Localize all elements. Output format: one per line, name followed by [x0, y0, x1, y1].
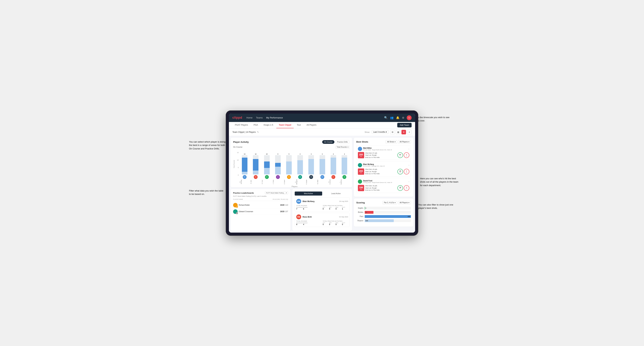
- practice-activities-group-1: Total Practice Activities GTT 0 APP: [323, 205, 348, 210]
- lb-col-score: PB Score: [273, 198, 280, 200]
- plus-circle-icon[interactable]: ⊕: [402, 116, 404, 119]
- name-4: J. Coles: [273, 179, 283, 184]
- avatar-7-wrap: RB: [306, 175, 316, 179]
- sub-nav: PGAT Players PGA Hcaps 1-5 Team Clippd T…: [229, 122, 415, 128]
- all-shots-select[interactable]: All Shots ▾: [386, 140, 397, 144]
- view-heart-btn[interactable]: ♥: [402, 130, 406, 134]
- lb-name-2: Edward Crossman: [239, 211, 253, 212]
- search-icon[interactable]: 🔍: [384, 116, 388, 119]
- lb-avatar-2: 2: [233, 209, 238, 214]
- shot-player-info-1: Matt Miller 09 Jun 2023 · Royal North De…: [363, 147, 408, 151]
- shot-row-1[interactable]: Matt Miller 09 Jun 2023 · Royal North De…: [356, 145, 411, 160]
- shot-player-info-2: Blair McHarg 23 Jul 2023 · Aldridge GC, …: [363, 163, 408, 167]
- bell-icon[interactable]: 🔔: [396, 116, 400, 119]
- shot-metrics-1: 67 yds 0 yds: [398, 152, 409, 158]
- shot-desc-2: Shot Dist: 43 ydsStart Lie: RoughEnd Lie…: [365, 168, 396, 175]
- total-rounds-group-2: Total Rounds Tournament 8 Practice: [296, 220, 322, 225]
- total-rounds-label-2: Total Rounds: [296, 220, 322, 222]
- active-player-1: BM Blair McHarg 26 Aug 2023 Total Rounds: [295, 197, 350, 211]
- nav-my-performance[interactable]: My Performance: [266, 116, 283, 119]
- y-label-0: 0: [233, 174, 239, 176]
- name-3: D. Ford: [262, 179, 272, 184]
- nav-home[interactable]: Home: [246, 116, 252, 119]
- users-icon[interactable]: 👥: [390, 116, 394, 119]
- avatar[interactable]: U: [407, 115, 412, 120]
- shot-score-num-2: 200: [359, 170, 363, 172]
- bar-outer-2: [253, 155, 258, 174]
- shot-score-badge-3: 198 SG: [358, 185, 364, 191]
- chart-filter-value: Total Rounds: [337, 146, 347, 148]
- name-6: G. Billingham: [295, 179, 305, 184]
- activities-cols-1: GTT 0 APP 0: [323, 207, 348, 210]
- avatar-6-wrap: GB: [295, 175, 305, 179]
- name-10: L. Robertson: [339, 179, 350, 184]
- bogeys-bar-fill: [365, 219, 394, 222]
- scoring-players-value: All Players: [400, 202, 408, 204]
- practice-drills-pill[interactable]: Practice Drills: [335, 140, 350, 144]
- scoring-players-filter[interactable]: All Players ▾: [398, 201, 411, 204]
- eagles-bar-wrap: 3: [365, 207, 411, 209]
- bar-outer-3: [264, 155, 270, 174]
- shot-row-2[interactable]: Blair McHarg 23 Jul 2023 · Aldridge GC, …: [356, 162, 411, 176]
- all-players-select[interactable]: All Players ▾: [398, 140, 411, 144]
- shot-metric-unit-2: yds: [399, 172, 401, 173]
- eagles-label: Eagles: [356, 207, 363, 209]
- active-player-date-2: 02 Sep 2023: [339, 216, 348, 218]
- gtt-val-1: 0: [323, 208, 329, 210]
- eagles-bar-num: 3: [366, 207, 366, 209]
- avatar-3-wrap: DF: [262, 175, 272, 179]
- avatar-e-ebert: EE: [287, 175, 291, 179]
- active-player-date-1: 26 Aug 2023: [339, 200, 348, 202]
- avatar-e-crossman: EC: [332, 175, 335, 179]
- page-wrapper: Choose the timescale you wish to see the…: [226, 110, 418, 236]
- lb-badge-gold: 1: [236, 206, 238, 208]
- rounds-cols-2: Tournament 8 Practice 4: [296, 222, 322, 225]
- app-label-1: APP: [329, 207, 335, 208]
- app-col-2: APP 0: [329, 222, 335, 225]
- on-course-pill[interactable]: On Course: [322, 140, 334, 144]
- practice-col-1: Practice 6: [303, 207, 309, 210]
- chart-filter-select[interactable]: Total Rounds ▾: [336, 146, 350, 149]
- player-activity-card: Player Activity On Course Practice Drill…: [231, 138, 352, 187]
- view-grid4-btn[interactable]: ⊞: [390, 130, 395, 134]
- total-rounds-group-1: Total Rounds Tournament 7 Practice: [296, 205, 322, 210]
- shot-metric-dist-1: 67 yds: [398, 152, 403, 158]
- practice-col-2: Practice 4: [303, 222, 309, 225]
- time-filter-select[interactable]: Last 3 months ▾: [372, 130, 388, 134]
- bar-outer-8: [320, 155, 325, 174]
- lb-col-name: Player Name: [233, 198, 272, 200]
- logo: clippd: [232, 116, 242, 120]
- shot-desc-3: Shot Dist: 16 ydsStart Lie: RoughEnd Lie…: [365, 185, 396, 191]
- active-avatar-2: RB: [296, 214, 301, 219]
- leaderboard-filter-select[interactable]: PUTT Must Make Putting ... ▾: [265, 191, 288, 194]
- chevron-down-icon-scoring-players: ▾: [408, 202, 409, 204]
- bogeys-label: Bogeys: [356, 220, 363, 222]
- view-list-btn[interactable]: ≡: [407, 130, 412, 134]
- tab-all-players[interactable]: All Players: [304, 122, 319, 128]
- tab-pgat-players[interactable]: PGAT Players: [232, 122, 250, 128]
- shot-metric-num-rem-3: 0: [406, 187, 407, 188]
- tab-hcaps[interactable]: Hcaps 1-5: [261, 122, 276, 128]
- bar-value-2: 12: [255, 153, 256, 155]
- time-filter-value: Last 3 months: [373, 131, 385, 133]
- putt-col-1: PUTT 1: [342, 207, 348, 210]
- shot-metric-unit-rem-2: yds: [406, 172, 407, 173]
- avatar-r-britt: RB: [254, 175, 258, 179]
- least-active-tab[interactable]: Least Active: [322, 191, 350, 195]
- tab-tour[interactable]: Tour: [294, 122, 303, 128]
- most-active-tab[interactable]: Most Active: [295, 191, 322, 195]
- shot-metric-num-rem-1: 0: [406, 154, 407, 156]
- add-team-button[interactable]: Add Team: [397, 123, 412, 127]
- chevron-down-icon: ▾: [386, 131, 387, 133]
- edit-icon[interactable]: ✎: [257, 131, 259, 133]
- nav-teams[interactable]: Teams: [256, 116, 263, 119]
- avatar-4-wrap: JC: [273, 175, 283, 179]
- scoring-par-filter[interactable]: Par 3, 4 & 5s ▾: [382, 201, 397, 204]
- avatar-d-ford: DF: [265, 175, 269, 179]
- view-grid2-btn[interactable]: ▦: [396, 130, 400, 134]
- shot-row-3[interactable]: David Ford 24 Aug 2023 · Royal North Dev…: [356, 178, 411, 193]
- tab-team-clippd[interactable]: Team Clippd: [276, 122, 294, 128]
- view-icons: ⊞ ▦ ♥ ≡: [390, 130, 412, 134]
- bar-value-5: 5: [288, 153, 289, 155]
- tab-pga[interactable]: PGA: [251, 122, 260, 128]
